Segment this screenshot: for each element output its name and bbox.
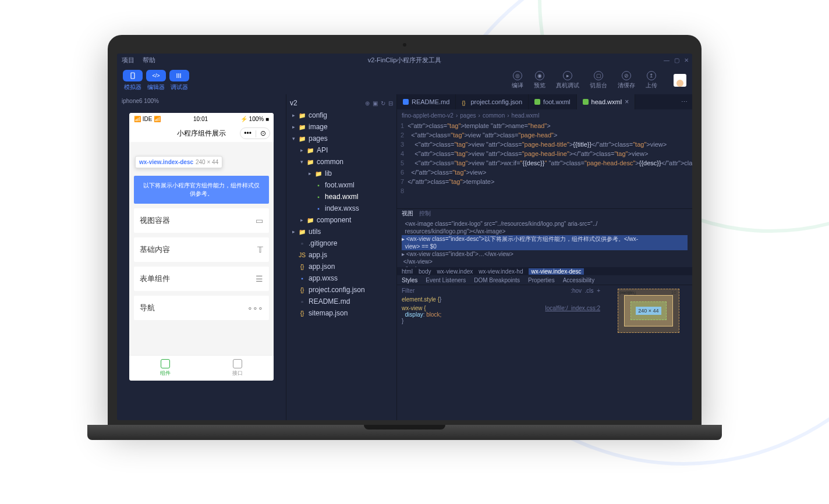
camera-icon — [403, 43, 406, 47]
editor-pane: README.mdproject.config.jsonfoot.wxmlhea… — [396, 94, 692, 420]
add-rule-icon[interactable]: + — [597, 288, 600, 294]
tree-root[interactable]: v2 — [290, 99, 297, 107]
list-item[interactable]: 导航∘∘∘ — [134, 296, 269, 320]
editor-toggle[interactable]: </> 编辑器 — [146, 70, 166, 91]
upload-button[interactable]: ↥上传 — [646, 71, 657, 90]
crumb-item[interactable]: wx-view.index-desc — [529, 268, 583, 275]
tree-item[interactable]: ▸📁utils — [286, 226, 396, 237]
filter-input[interactable]: Filter — [402, 288, 414, 294]
tree-item[interactable]: ▫README.md — [286, 296, 396, 307]
editor-tab[interactable]: head.wxml× — [577, 94, 636, 109]
tree-item[interactable]: ▸📁component — [286, 214, 396, 226]
element-breadcrumb[interactable]: htmlbodywx-view.indexwx-view.index-hdwx-… — [397, 267, 692, 276]
breadcrumb[interactable]: fino-applet-demo-v2 › pages › common › h… — [397, 109, 692, 121]
tab-inspect[interactable]: 视图 — [402, 210, 413, 218]
phone-simulator[interactable]: 📶 IDE 📶 10:01 ⚡ 100% ■ 小程序组件展示 ••• | ⊙ — [129, 113, 274, 381]
tree-item[interactable]: ▫.gitignore — [286, 237, 396, 249]
refresh-icon[interactable]: ↻ — [381, 100, 385, 107]
tree-item[interactable]: ▾📁pages — [286, 133, 396, 144]
laptop-mockup: 项目 帮助 v2-FinClip小程序开发工具 — ▢ ✕ 模拟器 </> — [87, 35, 722, 454]
file-icon — [462, 99, 467, 105]
style-tab[interactable]: Accessibility — [563, 277, 594, 283]
tab-component[interactable]: 组件 — [129, 356, 201, 381]
editor-tab[interactable]: foot.wxml — [529, 94, 576, 109]
close-circle-icon[interactable]: ⊙ — [260, 129, 266, 137]
list-item[interactable]: 基础内容𝕋 — [134, 237, 269, 262]
editor-tab[interactable]: README.md — [397, 94, 456, 109]
clear-cache-button[interactable]: ⊘清缓存 — [618, 71, 635, 90]
tree-item[interactable]: ▸📁API — [286, 144, 396, 156]
minimize-icon[interactable]: — — [664, 57, 669, 63]
status-bar: 📶 IDE 📶 10:01 ⚡ 100% ■ — [129, 113, 274, 125]
code-editor[interactable]: 12345678 <"attr">class="tag">template "a… — [397, 121, 692, 208]
menubar: 项目 帮助 v2-FinClip小程序开发工具 — ▢ ✕ — [117, 54, 692, 66]
tree-item[interactable]: ▪head.wxml — [286, 191, 396, 203]
crumb-item[interactable]: wx-view.index-hd — [479, 268, 523, 275]
time-label: 10:01 — [193, 116, 208, 122]
tree-item[interactable]: JSapp.js — [286, 249, 396, 261]
app-title: v2-FinClip小程序开发工具 — [368, 56, 442, 65]
menu-help[interactable]: 帮助 — [143, 56, 155, 65]
close-icon[interactable]: × — [625, 98, 629, 106]
list-item[interactable]: 视图容器▭ — [134, 208, 269, 233]
tree-item[interactable]: ▪index.wxss — [286, 203, 396, 214]
styles-tabs: StylesEvent ListenersDOM BreakpointsProp… — [397, 275, 692, 285]
collapse-icon[interactable]: ⊟ — [388, 100, 393, 107]
battery-label: ⚡ 100% ■ — [240, 116, 269, 122]
simulator-toggle[interactable]: 模拟器 — [123, 70, 143, 91]
tab-console[interactable]: 控制 — [419, 210, 431, 218]
arrow-icon: 𝕋 — [257, 245, 263, 254]
debugger-toggle[interactable]: 调试器 — [169, 70, 189, 91]
remote-debug-button[interactable]: ▸真机调试 — [556, 71, 579, 90]
file-icon — [534, 99, 540, 105]
tree-item[interactable]: ▪app.wxss — [286, 272, 396, 284]
more-icon[interactable]: ••• — [244, 129, 251, 137]
svg-rect-0 — [131, 73, 134, 79]
crumb-item[interactable]: body — [419, 268, 431, 275]
ide-window: 项目 帮助 v2-FinClip小程序开发工具 — ▢ ✕ 模拟器 </> — [117, 54, 692, 420]
menu-project[interactable]: 项目 — [122, 56, 134, 65]
close-icon[interactable]: ✕ — [684, 57, 689, 63]
background-button[interactable]: ▢切后台 — [590, 71, 607, 90]
tree-item[interactable]: {}project.config.json — [286, 284, 396, 296]
preview-button[interactable]: ◉预览 — [534, 71, 545, 90]
editor-tab[interactable]: project.config.json — [456, 94, 529, 109]
tree-item[interactable]: {}app.json — [286, 261, 396, 272]
box-model: margin10 border padding 240 × 44 — [605, 285, 692, 336]
tree-item[interactable]: ▸📁lib — [286, 168, 396, 179]
tree-item[interactable]: ▪foot.wxml — [286, 179, 396, 191]
window-controls[interactable]: — ▢ ✕ — [664, 57, 689, 63]
crumb-item[interactable]: wx-view.index — [437, 268, 473, 275]
simulator-pane: iphone6 100% 📶 IDE 📶 10:01 ⚡ 100% ■ 小程序组… — [117, 94, 286, 420]
tree-item[interactable]: ▾📁common — [286, 156, 396, 168]
style-tab[interactable]: DOM Breakpoints — [474, 277, 520, 283]
desc-highlighted[interactable]: 以下将展示小程序官方组件能力，组件样式仅供参考。 — [134, 176, 269, 204]
compile-button[interactable]: ◎编译 — [512, 71, 523, 90]
elements-panel[interactable]: <wx-image class="index-logo" src="../res… — [397, 219, 692, 267]
new-file-icon[interactable]: ⊕ — [365, 100, 370, 107]
crumb-item[interactable]: html — [402, 268, 413, 275]
tree-item[interactable]: {}sitemap.json — [286, 307, 396, 319]
list-item[interactable]: 表单组件☰ — [134, 267, 269, 291]
cls-toggle[interactable]: .cls — [585, 288, 594, 294]
capsule-button[interactable]: ••• | ⊙ — [240, 127, 270, 139]
more-icon[interactable]: ⋯ — [676, 98, 692, 106]
style-tab[interactable]: Properties — [528, 277, 555, 283]
style-tab[interactable]: Event Listeners — [426, 277, 466, 283]
avatar[interactable] — [674, 74, 686, 87]
new-folder-icon[interactable]: ▣ — [373, 100, 378, 107]
styles-panel[interactable]: Filter :hov .cls + element.style {}</spa… — [397, 285, 605, 336]
tree-item[interactable]: ▸📁config — [286, 109, 396, 121]
maximize-icon[interactable]: ▢ — [674, 57, 679, 63]
tree-item[interactable]: ▸📁image — [286, 121, 396, 133]
tab-bar: 组件 接口 — [129, 355, 274, 381]
inspector-tooltip: wx-view.index-desc240 × 44 — [135, 156, 222, 168]
arrow-icon: ☰ — [256, 274, 263, 283]
file-icon — [583, 99, 589, 105]
tab-api[interactable]: 接口 — [201, 356, 274, 381]
devtools-top-tabs: 视图 控制 — [397, 209, 692, 219]
hov-toggle[interactable]: :hov — [571, 288, 582, 294]
arrow-icon: ▭ — [256, 216, 263, 225]
nav-title: 小程序组件展示 — [177, 129, 226, 139]
style-tab[interactable]: Styles — [402, 277, 417, 283]
